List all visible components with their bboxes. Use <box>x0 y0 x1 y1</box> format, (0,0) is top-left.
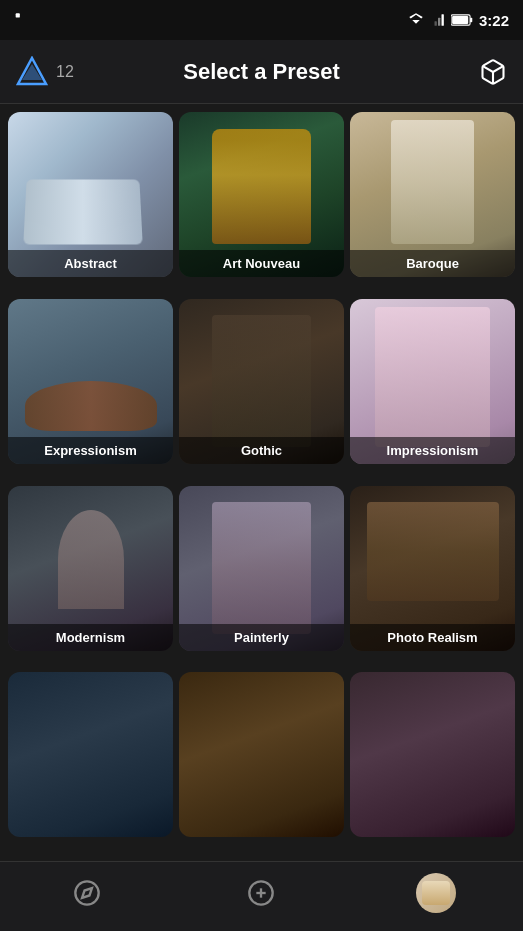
status-bar: 3:22 <box>0 0 523 40</box>
preset-label-gothic: Gothic <box>179 437 344 464</box>
app-logo <box>16 56 48 88</box>
svg-rect-1 <box>441 14 443 26</box>
compass-icon <box>73 879 101 907</box>
svg-rect-5 <box>470 18 472 22</box>
header-left: 12 <box>16 56 74 88</box>
preset-card-expressionism[interactable]: Expressionism <box>8 299 173 464</box>
preset-label-painterly: Painterly <box>179 624 344 651</box>
preset-label-abstract: Abstract <box>8 250 173 277</box>
signal-icon <box>431 13 445 27</box>
bottom-nav <box>0 861 523 931</box>
preset-card-gothic[interactable]: Gothic <box>179 299 344 464</box>
3d-box-icon[interactable] <box>479 58 507 86</box>
preset-card-art-nouveau[interactable]: Art Nouveau <box>179 112 344 277</box>
preset-label-impressionism: Impressionism <box>350 437 515 464</box>
preset-card-photo-realism[interactable]: Photo Realism <box>350 486 515 651</box>
preset-bg-row4a <box>8 672 173 837</box>
android-icon <box>14 10 34 30</box>
preset-label-photo-realism: Photo Realism <box>350 624 515 651</box>
status-left <box>14 10 34 30</box>
battery-icon <box>451 14 473 26</box>
preset-label-modernism: Modernism <box>8 624 173 651</box>
preset-card-abstract[interactable]: Abstract <box>8 112 173 277</box>
preset-card-modernism[interactable]: Modernism <box>8 486 173 651</box>
svg-rect-3 <box>434 21 436 26</box>
preset-card-row4c[interactable] <box>350 672 515 837</box>
user-avatar <box>416 873 456 913</box>
svg-rect-0 <box>16 13 20 17</box>
preset-label-baroque: Baroque <box>350 250 515 277</box>
header: 12 Select a Preset <box>0 40 523 104</box>
page-title: Select a Preset <box>183 59 340 85</box>
preset-bg-row4c <box>350 672 515 837</box>
avatar-button[interactable] <box>411 868 461 918</box>
preset-card-row4a[interactable] <box>8 672 173 837</box>
preset-label-expressionism: Expressionism <box>8 437 173 464</box>
header-count: 12 <box>56 63 74 81</box>
svg-point-10 <box>75 881 98 904</box>
svg-rect-6 <box>452 16 468 24</box>
preset-card-impressionism[interactable]: Impressionism <box>350 299 515 464</box>
add-icon <box>247 879 275 907</box>
preset-label-art-nouveau: Art Nouveau <box>179 250 344 277</box>
preset-card-painterly[interactable]: Painterly <box>179 486 344 651</box>
preset-card-baroque[interactable]: Baroque <box>350 112 515 277</box>
wifi-icon <box>407 13 425 27</box>
svg-rect-2 <box>438 18 440 26</box>
add-button[interactable] <box>236 868 286 918</box>
svg-marker-11 <box>82 888 92 898</box>
preset-bg-row4b <box>179 672 344 837</box>
status-right: 3:22 <box>407 12 509 29</box>
compass-button[interactable] <box>62 868 112 918</box>
preset-grid: AbstractArt NouveauBaroqueExpressionismG… <box>0 104 523 861</box>
preset-card-row4b[interactable] <box>179 672 344 837</box>
status-time: 3:22 <box>479 12 509 29</box>
